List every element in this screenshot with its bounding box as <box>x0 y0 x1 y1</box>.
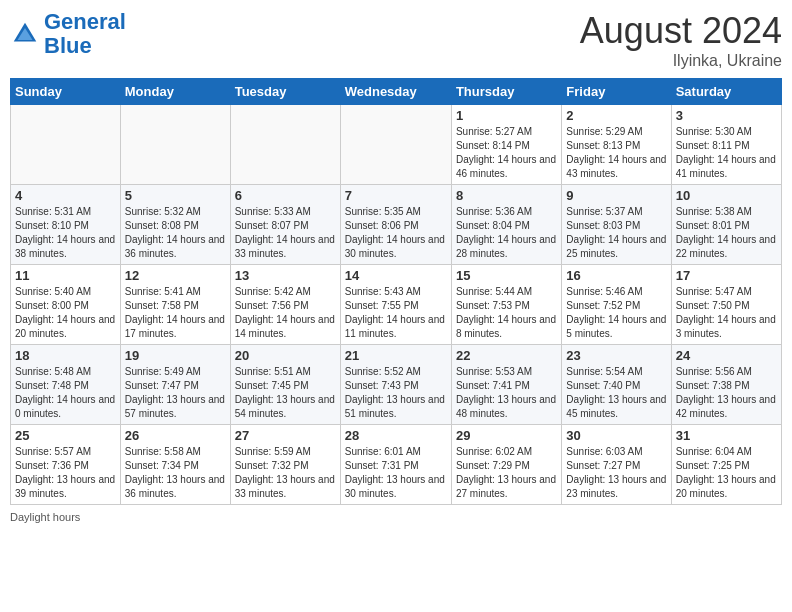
day-info: Sunrise: 5:30 AM Sunset: 8:11 PM Dayligh… <box>676 125 777 181</box>
calendar-cell: 9Sunrise: 5:37 AM Sunset: 8:03 PM Daylig… <box>562 185 671 265</box>
calendar-cell: 8Sunrise: 5:36 AM Sunset: 8:04 PM Daylig… <box>451 185 561 265</box>
weekday-header: Monday <box>120 79 230 105</box>
calendar-cell: 22Sunrise: 5:53 AM Sunset: 7:41 PM Dayli… <box>451 345 561 425</box>
calendar-cell: 4Sunrise: 5:31 AM Sunset: 8:10 PM Daylig… <box>11 185 121 265</box>
calendar-cell: 30Sunrise: 6:03 AM Sunset: 7:27 PM Dayli… <box>562 425 671 505</box>
day-number: 7 <box>345 188 447 203</box>
day-info: Sunrise: 6:02 AM Sunset: 7:29 PM Dayligh… <box>456 445 557 501</box>
day-number: 1 <box>456 108 557 123</box>
day-info: Sunrise: 5:31 AM Sunset: 8:10 PM Dayligh… <box>15 205 116 261</box>
day-info: Sunrise: 6:01 AM Sunset: 7:31 PM Dayligh… <box>345 445 447 501</box>
day-number: 21 <box>345 348 447 363</box>
day-number: 3 <box>676 108 777 123</box>
calendar-cell: 14Sunrise: 5:43 AM Sunset: 7:55 PM Dayli… <box>340 265 451 345</box>
calendar-table: SundayMondayTuesdayWednesdayThursdayFrid… <box>10 78 782 505</box>
day-number: 9 <box>566 188 666 203</box>
calendar-cell: 6Sunrise: 5:33 AM Sunset: 8:07 PM Daylig… <box>230 185 340 265</box>
calendar-week-row: 25Sunrise: 5:57 AM Sunset: 7:36 PM Dayli… <box>11 425 782 505</box>
day-number: 5 <box>125 188 226 203</box>
calendar-cell: 11Sunrise: 5:40 AM Sunset: 8:00 PM Dayli… <box>11 265 121 345</box>
day-number: 30 <box>566 428 666 443</box>
calendar-cell: 12Sunrise: 5:41 AM Sunset: 7:58 PM Dayli… <box>120 265 230 345</box>
calendar-cell: 3Sunrise: 5:30 AM Sunset: 8:11 PM Daylig… <box>671 105 781 185</box>
day-info: Sunrise: 5:49 AM Sunset: 7:47 PM Dayligh… <box>125 365 226 421</box>
day-number: 2 <box>566 108 666 123</box>
day-info: Sunrise: 5:56 AM Sunset: 7:38 PM Dayligh… <box>676 365 777 421</box>
day-info: Sunrise: 5:46 AM Sunset: 7:52 PM Dayligh… <box>566 285 666 341</box>
day-info: Sunrise: 5:58 AM Sunset: 7:34 PM Dayligh… <box>125 445 226 501</box>
day-info: Sunrise: 5:43 AM Sunset: 7:55 PM Dayligh… <box>345 285 447 341</box>
day-info: Sunrise: 5:48 AM Sunset: 7:48 PM Dayligh… <box>15 365 116 421</box>
calendar-cell: 18Sunrise: 5:48 AM Sunset: 7:48 PM Dayli… <box>11 345 121 425</box>
day-number: 6 <box>235 188 336 203</box>
calendar-week-row: 1Sunrise: 5:27 AM Sunset: 8:14 PM Daylig… <box>11 105 782 185</box>
month-title: August 2024 <box>580 10 782 52</box>
calendar-cell: 31Sunrise: 6:04 AM Sunset: 7:25 PM Dayli… <box>671 425 781 505</box>
calendar-cell: 26Sunrise: 5:58 AM Sunset: 7:34 PM Dayli… <box>120 425 230 505</box>
day-number: 4 <box>15 188 116 203</box>
calendar-cell: 27Sunrise: 5:59 AM Sunset: 7:32 PM Dayli… <box>230 425 340 505</box>
day-info: Sunrise: 5:52 AM Sunset: 7:43 PM Dayligh… <box>345 365 447 421</box>
calendar-header-row: SundayMondayTuesdayWednesdayThursdayFrid… <box>11 79 782 105</box>
day-number: 24 <box>676 348 777 363</box>
calendar-cell <box>340 105 451 185</box>
day-info: Sunrise: 5:44 AM Sunset: 7:53 PM Dayligh… <box>456 285 557 341</box>
footer: Daylight hours <box>10 511 782 523</box>
day-info: Sunrise: 5:32 AM Sunset: 8:08 PM Dayligh… <box>125 205 226 261</box>
day-info: Sunrise: 5:53 AM Sunset: 7:41 PM Dayligh… <box>456 365 557 421</box>
day-info: Sunrise: 5:38 AM Sunset: 8:01 PM Dayligh… <box>676 205 777 261</box>
day-number: 8 <box>456 188 557 203</box>
calendar-cell: 17Sunrise: 5:47 AM Sunset: 7:50 PM Dayli… <box>671 265 781 345</box>
day-info: Sunrise: 5:33 AM Sunset: 8:07 PM Dayligh… <box>235 205 336 261</box>
day-info: Sunrise: 5:54 AM Sunset: 7:40 PM Dayligh… <box>566 365 666 421</box>
day-info: Sunrise: 5:47 AM Sunset: 7:50 PM Dayligh… <box>676 285 777 341</box>
day-number: 29 <box>456 428 557 443</box>
location-title: Ilyinka, Ukraine <box>580 52 782 70</box>
weekday-header: Thursday <box>451 79 561 105</box>
day-info: Sunrise: 5:57 AM Sunset: 7:36 PM Dayligh… <box>15 445 116 501</box>
calendar-cell: 13Sunrise: 5:42 AM Sunset: 7:56 PM Dayli… <box>230 265 340 345</box>
day-info: Sunrise: 5:37 AM Sunset: 8:03 PM Dayligh… <box>566 205 666 261</box>
day-number: 23 <box>566 348 666 363</box>
calendar-cell: 21Sunrise: 5:52 AM Sunset: 7:43 PM Dayli… <box>340 345 451 425</box>
day-info: Sunrise: 5:59 AM Sunset: 7:32 PM Dayligh… <box>235 445 336 501</box>
calendar-week-row: 4Sunrise: 5:31 AM Sunset: 8:10 PM Daylig… <box>11 185 782 265</box>
page: General Blue August 2024 Ilyinka, Ukrain… <box>0 0 792 612</box>
calendar-cell: 5Sunrise: 5:32 AM Sunset: 8:08 PM Daylig… <box>120 185 230 265</box>
calendar-cell: 7Sunrise: 5:35 AM Sunset: 8:06 PM Daylig… <box>340 185 451 265</box>
calendar-cell: 1Sunrise: 5:27 AM Sunset: 8:14 PM Daylig… <box>451 105 561 185</box>
logo-text: General Blue <box>44 10 126 58</box>
day-number: 20 <box>235 348 336 363</box>
calendar-cell: 23Sunrise: 5:54 AM Sunset: 7:40 PM Dayli… <box>562 345 671 425</box>
daylight-label: Daylight hours <box>10 511 80 523</box>
day-info: Sunrise: 5:40 AM Sunset: 8:00 PM Dayligh… <box>15 285 116 341</box>
day-info: Sunrise: 5:29 AM Sunset: 8:13 PM Dayligh… <box>566 125 666 181</box>
weekday-header: Friday <box>562 79 671 105</box>
day-number: 11 <box>15 268 116 283</box>
day-info: Sunrise: 5:51 AM Sunset: 7:45 PM Dayligh… <box>235 365 336 421</box>
day-number: 13 <box>235 268 336 283</box>
calendar-week-row: 18Sunrise: 5:48 AM Sunset: 7:48 PM Dayli… <box>11 345 782 425</box>
day-info: Sunrise: 5:42 AM Sunset: 7:56 PM Dayligh… <box>235 285 336 341</box>
day-number: 25 <box>15 428 116 443</box>
day-number: 18 <box>15 348 116 363</box>
calendar-cell: 20Sunrise: 5:51 AM Sunset: 7:45 PM Dayli… <box>230 345 340 425</box>
day-info: Sunrise: 5:41 AM Sunset: 7:58 PM Dayligh… <box>125 285 226 341</box>
day-number: 10 <box>676 188 777 203</box>
calendar-cell: 28Sunrise: 6:01 AM Sunset: 7:31 PM Dayli… <box>340 425 451 505</box>
weekday-header: Wednesday <box>340 79 451 105</box>
day-info: Sunrise: 5:36 AM Sunset: 8:04 PM Dayligh… <box>456 205 557 261</box>
calendar-cell: 16Sunrise: 5:46 AM Sunset: 7:52 PM Dayli… <box>562 265 671 345</box>
day-number: 14 <box>345 268 447 283</box>
calendar-cell: 10Sunrise: 5:38 AM Sunset: 8:01 PM Dayli… <box>671 185 781 265</box>
calendar-cell <box>230 105 340 185</box>
calendar-week-row: 11Sunrise: 5:40 AM Sunset: 8:00 PM Dayli… <box>11 265 782 345</box>
day-number: 26 <box>125 428 226 443</box>
calendar-cell: 24Sunrise: 5:56 AM Sunset: 7:38 PM Dayli… <box>671 345 781 425</box>
day-number: 31 <box>676 428 777 443</box>
weekday-header: Saturday <box>671 79 781 105</box>
header: General Blue August 2024 Ilyinka, Ukrain… <box>10 10 782 70</box>
weekday-header: Sunday <box>11 79 121 105</box>
day-number: 27 <box>235 428 336 443</box>
title-block: August 2024 Ilyinka, Ukraine <box>580 10 782 70</box>
